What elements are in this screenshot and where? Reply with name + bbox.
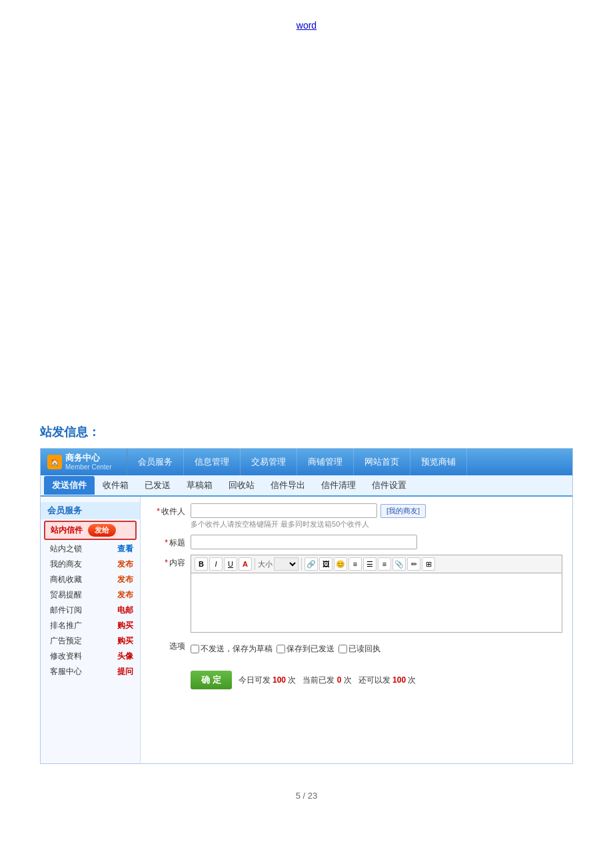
- sidebar-item-ranking-promo: 排名推广 购买: [41, 618, 140, 633]
- options-field: 不发送，保存为草稿 保存到已发送 已读回执: [191, 638, 562, 660]
- sidebar-label-my-friends: 我的商友: [50, 559, 82, 570]
- recipient-row: *收件人 [我的商友] 多个收件人请按空格键隔开 最多同时发送箱50个收件人: [151, 503, 562, 529]
- align-right-button[interactable]: ≡: [378, 557, 391, 571]
- recipient-label: *收件人: [151, 503, 191, 517]
- body-area: 会员服务 站内信件 发给 站内之锁 查看 我的商友 发布 商机收藏 发布 贸易提…: [41, 497, 572, 763]
- image-button[interactable]: 🖼: [319, 557, 332, 571]
- attach-button[interactable]: 📎: [392, 557, 406, 571]
- sidebar-label-ad-booking: 广告预定: [50, 635, 82, 647]
- tab-sent[interactable]: 已发送: [137, 476, 179, 495]
- font-size-select[interactable]: 小 中 大: [274, 557, 299, 571]
- link-button[interactable]: 🔗: [305, 557, 318, 571]
- logo-area: 🏠 商务中心 Member Center: [41, 449, 127, 475]
- sidebar-item-business-collect: 商机收藏 发布: [41, 572, 140, 587]
- nav-item-website-home[interactable]: 网站首页: [354, 449, 410, 475]
- logo-main: 商务中心: [65, 453, 111, 463]
- sidebar-action-ranking-promo[interactable]: 购买: [117, 620, 133, 631]
- sent-count: 0: [337, 675, 342, 685]
- logo-icon: 🏠: [47, 455, 62, 469]
- sidebar-action-business-collect[interactable]: 发布: [117, 574, 133, 585]
- title-field: [191, 535, 562, 549]
- editor-toolbar: B I U A 大小 小 中 大 🔗: [191, 555, 562, 573]
- sidebar-item-station-lock: 站内之锁 查看: [41, 541, 140, 557]
- tab-clear[interactable]: 信件清理: [313, 476, 364, 495]
- sidebar-label-email-subscribe: 邮件订阅: [50, 605, 82, 616]
- align-center-button[interactable]: ☰: [363, 557, 376, 571]
- checkbox-read-receipt[interactable]: [338, 645, 347, 653]
- sidebar-action-station-lock[interactable]: 查看: [117, 543, 133, 555]
- page-footer: 5 / 23: [0, 777, 613, 814]
- content-label: *内容: [151, 555, 191, 569]
- options-checkboxes: 不发送，保存为草稿 保存到已发送 已读回执: [191, 643, 562, 655]
- sidebar-action-trade-reminder[interactable]: 发布: [117, 589, 133, 601]
- recipient-hint: 多个收件人请按空格键隔开 最多同时发送箱50个收件人: [191, 519, 562, 529]
- recipient-input[interactable]: [191, 503, 377, 518]
- option-save-sent[interactable]: 保存到已发送: [277, 643, 334, 655]
- sidebar-section-title: 会员服务: [41, 502, 140, 519]
- sidebar-action-my-friends[interactable]: 发布: [117, 559, 133, 570]
- sidebar-label-customer-service: 客服中心: [50, 666, 82, 677]
- underline-button[interactable]: U: [224, 557, 237, 571]
- sidebar-label-business-collect: 商机收藏: [50, 574, 82, 585]
- tab-draft[interactable]: 草稿箱: [179, 476, 221, 495]
- my-friends-button[interactable]: [我的商友]: [380, 504, 426, 518]
- content-field: B I U A 大小 小 中 大 🔗: [191, 555, 562, 633]
- nav-item-preview-shop[interactable]: 预览商铺: [410, 449, 467, 475]
- sidebar-action-edit-profile[interactable]: 头像: [117, 651, 133, 662]
- table-button[interactable]: ⊞: [422, 557, 435, 571]
- option-save-draft[interactable]: 不发送，保存为草稿: [191, 643, 273, 655]
- remaining-count: 100: [392, 675, 406, 685]
- sidebar-label-ranking-promo: 排名推广: [50, 620, 82, 631]
- nav-item-shop-management[interactable]: 商铺管理: [297, 449, 354, 475]
- sidebar-highlight-station-mail: 站内信件 发给: [44, 521, 137, 540]
- sidebar-label-edit-profile: 修改资料: [50, 651, 82, 662]
- nav-item-trade-management[interactable]: 交易管理: [241, 449, 297, 475]
- submit-label-spacer: [151, 665, 191, 668]
- option-read-receipt[interactable]: 已读回执: [338, 643, 380, 655]
- option-read-receipt-label: 已读回执: [348, 643, 380, 655]
- checkbox-save-sent[interactable]: [277, 645, 285, 653]
- tab-inbox[interactable]: 收件箱: [95, 476, 137, 495]
- sidebar-item-ad-booking: 广告预定 购买: [41, 633, 140, 649]
- required-asterisk-title: *: [165, 538, 168, 547]
- ui-container: 🏠 商务中心 Member Center 会员服务 信息管理 交易管理 商铺管理…: [40, 448, 573, 764]
- nav-item-member-service[interactable]: 会员服务: [127, 449, 184, 475]
- option-save-sent-label: 保存到已发送: [287, 643, 334, 655]
- confirm-button[interactable]: 确 定: [191, 671, 232, 689]
- font-color-button[interactable]: A: [239, 557, 252, 571]
- sidebar-send-button[interactable]: 发给: [88, 524, 116, 537]
- required-asterisk-content: *: [165, 558, 168, 567]
- section-title: 站发信息：: [0, 424, 613, 440]
- bold-button[interactable]: B: [195, 557, 208, 571]
- sidebar-label-trade-reminder: 贸易提醒: [50, 589, 82, 601]
- word-link[interactable]: word: [297, 20, 316, 31]
- sub-nav-bar: 发送信件 收件箱 已发送 草稿箱 回收站 信件导出 信件清理 信件设置: [41, 475, 572, 497]
- align-left-button[interactable]: ≡: [348, 557, 362, 571]
- checkbox-save-draft[interactable]: [191, 645, 199, 653]
- submit-stats: 今日可发 100 次 当前已发 0 次 还可以发 100 次: [239, 675, 416, 686]
- content-editor[interactable]: [191, 573, 562, 633]
- options-label: 选项: [151, 638, 191, 652]
- italic-button[interactable]: I: [209, 557, 223, 571]
- compose-form: *收件人 [我的商友] 多个收件人请按空格键隔开 最多同时发送箱50个收件人 *…: [141, 497, 572, 763]
- sidebar-action-customer-service[interactable]: 提问: [117, 666, 133, 677]
- title-row: *标题: [151, 535, 562, 549]
- tab-trash[interactable]: 回收站: [221, 476, 263, 495]
- page-number: 5 / 23: [296, 791, 318, 801]
- sidebar-action-email-subscribe[interactable]: 电邮: [117, 605, 133, 616]
- font-size-label: 大小: [258, 559, 273, 569]
- tab-export[interactable]: 信件导出: [263, 476, 313, 495]
- nav-item-info-management[interactable]: 信息管理: [184, 449, 241, 475]
- sidebar-label-station-lock: 站内之锁: [50, 543, 82, 555]
- title-label: *标题: [151, 535, 191, 549]
- sidebar-item-email-subscribe: 邮件订阅 电邮: [41, 603, 140, 618]
- tab-settings[interactable]: 信件设置: [364, 476, 414, 495]
- emoji-button[interactable]: 😊: [334, 557, 347, 571]
- sidebar-action-ad-booking[interactable]: 购买: [117, 635, 133, 647]
- title-input[interactable]: [191, 535, 417, 549]
- tab-send-letter[interactable]: 发送信件: [44, 476, 95, 495]
- edit-button[interactable]: ✏: [407, 557, 420, 571]
- logo-text: 商务中心 Member Center: [65, 453, 111, 471]
- options-row: 选项 不发送，保存为草稿 保存到已发送 已读回执: [151, 638, 562, 660]
- content-row: *内容 B I U A 大小 小 中: [151, 555, 562, 633]
